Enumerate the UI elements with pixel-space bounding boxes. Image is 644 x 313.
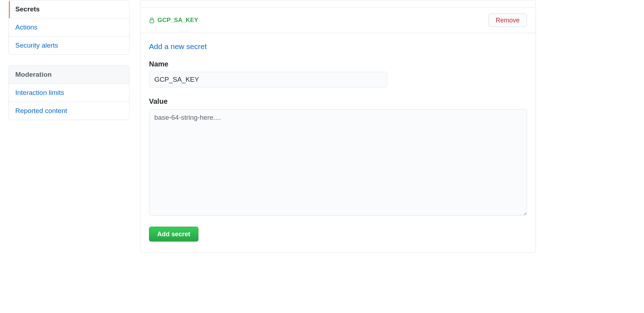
sidebar-item-security-alerts[interactable]: Security alerts xyxy=(9,37,129,54)
sidebar-item-secrets[interactable]: Secrets xyxy=(9,0,129,18)
add-secret-button[interactable]: Add secret xyxy=(149,227,198,242)
svg-rect-0 xyxy=(150,20,154,23)
sidebar-item-actions[interactable]: Actions xyxy=(9,18,129,37)
secret-name-input[interactable] xyxy=(149,72,387,87)
existing-secret-row: GCP_SA_KEY Remove xyxy=(140,7,536,33)
secrets-panel: GCP_SA_KEY Remove Add a new secret Name … xyxy=(140,0,536,253)
settings-sidebar: Secrets Actions Security alerts Moderati… xyxy=(9,0,129,131)
value-label: Value xyxy=(149,97,527,106)
secret-value-textarea[interactable] xyxy=(149,109,527,216)
name-label: Name xyxy=(149,60,527,68)
svg-point-1 xyxy=(151,21,151,21)
form-heading: Add a new secret xyxy=(149,42,527,51)
sidebar-group-moderation: Moderation Interaction limits Reported c… xyxy=(9,65,129,120)
sidebar-group-security: Secrets Actions Security alerts xyxy=(9,0,129,55)
lock-icon xyxy=(149,17,155,23)
svg-point-2 xyxy=(151,21,151,22)
sidebar-item-reported-content[interactable]: Reported content xyxy=(9,102,129,120)
secret-name: GCP_SA_KEY xyxy=(149,17,198,24)
svg-point-3 xyxy=(151,22,151,22)
add-secret-form: Add a new secret Name Value Add secret xyxy=(140,33,536,252)
remove-secret-button[interactable]: Remove xyxy=(488,14,527,27)
sidebar-item-interaction-limits[interactable]: Interaction limits xyxy=(9,84,129,102)
sidebar-header-moderation: Moderation xyxy=(9,66,129,84)
secret-name-text: GCP_SA_KEY xyxy=(158,17,198,24)
